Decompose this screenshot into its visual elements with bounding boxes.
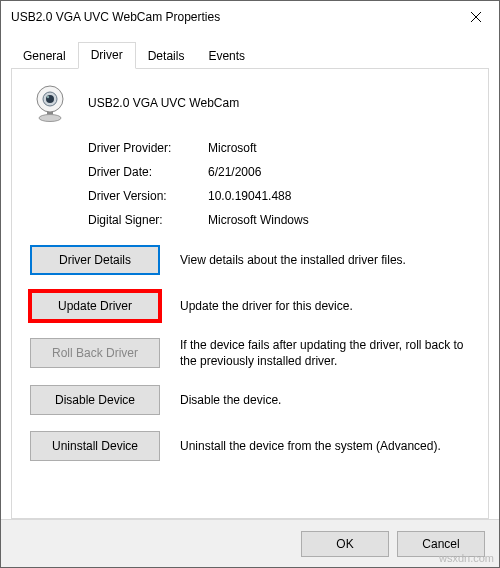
signer-label: Digital Signer: — [88, 213, 208, 227]
roll-back-driver-button: Roll Back Driver — [30, 338, 160, 368]
provider-label: Driver Provider: — [88, 141, 208, 155]
date-value: 6/21/2006 — [208, 165, 261, 179]
tab-details[interactable]: Details — [136, 44, 197, 69]
window-title: USB2.0 VGA UVC WebCam Properties — [11, 10, 220, 24]
cancel-button[interactable]: Cancel — [397, 531, 485, 557]
tab-general[interactable]: General — [11, 44, 78, 69]
tab-events[interactable]: Events — [196, 44, 257, 69]
webcam-icon — [30, 83, 70, 123]
signer-value: Microsoft Windows — [208, 213, 309, 227]
driver-details-button[interactable]: Driver Details — [30, 245, 160, 275]
tabstrip: General Driver Details Events — [11, 41, 489, 68]
dialog-footer: OK Cancel — [1, 519, 499, 567]
provider-value: Microsoft — [208, 141, 257, 155]
date-label: Driver Date: — [88, 165, 208, 179]
tab-driver[interactable]: Driver — [78, 42, 136, 69]
update-driver-button[interactable]: Update Driver — [30, 291, 160, 321]
tab-panel-driver: USB2.0 VGA UVC WebCam Driver Provider: M… — [11, 68, 489, 519]
version-label: Driver Version: — [88, 189, 208, 203]
driver-actions: Driver Details View details about the in… — [30, 245, 470, 461]
device-name: USB2.0 VGA UVC WebCam — [88, 96, 239, 110]
svg-point-7 — [39, 115, 61, 122]
driver-info: Driver Provider: Microsoft Driver Date: … — [88, 141, 470, 227]
svg-point-5 — [47, 96, 49, 98]
close-icon — [471, 12, 481, 22]
uninstall-device-button[interactable]: Uninstall Device — [30, 431, 160, 461]
version-value: 10.0.19041.488 — [208, 189, 291, 203]
uninstall-device-desc: Uninstall the device from the system (Ad… — [180, 438, 470, 454]
driver-details-desc: View details about the installed driver … — [180, 252, 470, 268]
close-button[interactable] — [453, 1, 499, 33]
disable-device-button[interactable]: Disable Device — [30, 385, 160, 415]
device-header: USB2.0 VGA UVC WebCam — [30, 83, 470, 123]
roll-back-desc: If the device fails after updating the d… — [180, 337, 470, 369]
client-area: General Driver Details Events USB2.0 — [1, 33, 499, 519]
update-driver-desc: Update the driver for this device. — [180, 298, 470, 314]
properties-window: USB2.0 VGA UVC WebCam Properties General… — [0, 0, 500, 568]
titlebar: USB2.0 VGA UVC WebCam Properties — [1, 1, 499, 33]
ok-button[interactable]: OK — [301, 531, 389, 557]
disable-device-desc: Disable the device. — [180, 392, 470, 408]
